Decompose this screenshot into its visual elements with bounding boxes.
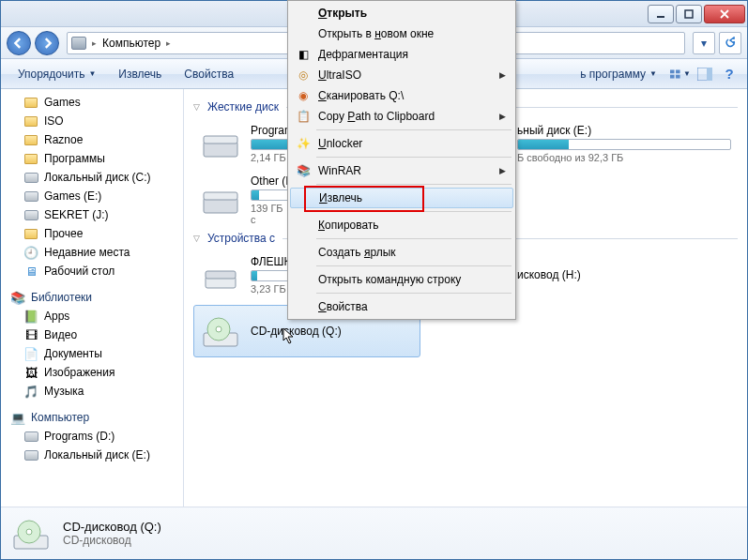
- svg-rect-13: [206, 271, 236, 279]
- svg-rect-4: [670, 74, 675, 78]
- cm-open-new-window[interactable]: Открыть в новом окне: [290, 23, 513, 44]
- sidebar-libraries-header[interactable]: 📚Библиотеки: [1, 288, 183, 307]
- ultraiso-icon: ◎: [296, 68, 311, 83]
- separator: [316, 184, 511, 185]
- drive-tile[interactable]: ьный диск (E:)Б свободно из 92,3 ГБ: [511, 117, 738, 170]
- cm-open[interactable]: Открыть: [290, 3, 513, 23]
- drive-tile[interactable]: Other (I139 ГБ с: [193, 174, 297, 226]
- cm-ultraiso[interactable]: ◎UltraISO▶: [290, 65, 513, 85]
- sidebar-item-music[interactable]: 🎵Музыка: [1, 382, 183, 401]
- details-title: CD-дисковод (Q:): [63, 520, 161, 534]
- sidebar-item-local-e[interactable]: Локальный диск (E:): [1, 446, 183, 464]
- sidebar-item-sekret[interactable]: SEKRET (J:): [1, 205, 183, 224]
- chevron-right-icon: ▶: [499, 166, 506, 175]
- cm-copy-path[interactable]: 📋Copy Path to Clipboard▶: [290, 106, 513, 127]
- separator: [316, 293, 511, 294]
- sidebar-item-recent[interactable]: 🕘Недавние места: [1, 243, 183, 262]
- maximize-button[interactable]: [676, 5, 702, 23]
- chevron-right-icon: ▶: [499, 112, 506, 121]
- separator: [316, 211, 511, 212]
- chevron-right-icon: ▸: [166, 38, 171, 48]
- cm-defrag[interactable]: ◧Дефрагментация: [290, 44, 513, 65]
- breadcrumb-location[interactable]: Компьютер: [102, 37, 160, 50]
- svg-rect-1: [685, 10, 693, 18]
- cm-copy[interactable]: Копировать: [290, 215, 513, 235]
- cm-winrar[interactable]: 📚WinRAR▶: [290, 160, 513, 181]
- svg-rect-0: [657, 16, 664, 18]
- context-menu[interactable]: Открыть Открыть в новом окне ◧Дефрагмент…: [287, 0, 516, 320]
- minimize-button[interactable]: [648, 5, 674, 23]
- clipboard-icon: 📋: [296, 109, 311, 124]
- close-button[interactable]: [704, 5, 745, 23]
- sidebar-item-documents[interactable]: 📄Документы: [1, 344, 183, 363]
- separator: [316, 238, 511, 239]
- properties-button[interactable]: Свойства: [175, 64, 243, 84]
- navigation-pane[interactable]: Games ISO Raznoe Программы Локальный дис…: [1, 89, 184, 507]
- usb-drive-icon: [200, 254, 241, 295]
- cd-drive-icon: [10, 513, 52, 554]
- hdd-icon: [200, 123, 241, 164]
- cm-scan[interactable]: ◉Сканировать Q:\: [290, 85, 513, 106]
- separator: [316, 157, 511, 158]
- details-pane: CD-дисковод (Q:) CD-дисковод: [1, 507, 747, 559]
- sidebar-item-local-c[interactable]: Локальный диск (C:): [1, 168, 183, 187]
- sidebar-item-desktop[interactable]: 🖥Рабочий стол: [1, 262, 183, 280]
- sidebar-item-iso[interactable]: ISO: [1, 112, 183, 130]
- refresh-button[interactable]: [719, 32, 741, 54]
- svg-rect-9: [204, 136, 237, 144]
- drive-tile[interactable]: исковод (H:): [511, 249, 738, 301]
- separator: [316, 129, 511, 130]
- drive-tile[interactable]: ФЛЕШК3,23 ГБ: [193, 249, 297, 301]
- sidebar-item-apps[interactable]: 📗Apps: [1, 307, 183, 325]
- organize-menu[interactable]: Упорядочить▼: [8, 64, 105, 84]
- cd-drive-icon: [200, 310, 241, 352]
- program-menu[interactable]: ь программу▼: [571, 64, 666, 84]
- cm-eject[interactable]: Извлечь: [290, 188, 513, 208]
- computer-icon: [71, 37, 86, 50]
- svg-rect-11: [204, 192, 237, 200]
- details-subtitle: CD-дисковод: [63, 534, 161, 547]
- sidebar-item-programs-d[interactable]: Programs (D:): [1, 427, 183, 446]
- eject-button[interactable]: Извлечь: [109, 64, 171, 84]
- sidebar-item-pictures[interactable]: 🖼Изображения: [1, 363, 183, 382]
- chevron-right-icon: ▸: [92, 38, 97, 48]
- svg-point-19: [26, 529, 32, 535]
- chevron-down-icon: ▽: [193, 234, 200, 243]
- sidebar-computer-header[interactable]: 💻Компьютер: [1, 408, 183, 427]
- svg-rect-7: [707, 68, 712, 81]
- svg-rect-5: [676, 74, 680, 78]
- winrar-icon: 📚: [296, 163, 311, 178]
- view-options-button[interactable]: ▼: [670, 64, 691, 84]
- chevron-down-icon: ▽: [193, 102, 200, 112]
- cm-open-cmd[interactable]: Открыть командную строку: [290, 269, 513, 290]
- hdd-icon: [200, 179, 241, 220]
- separator: [316, 265, 511, 266]
- nav-forward-button[interactable]: [35, 31, 59, 55]
- cm-unlocker[interactable]: ✨Unlocker: [290, 133, 513, 154]
- scan-icon: ◉: [296, 88, 311, 103]
- defrag-icon: ◧: [296, 47, 311, 62]
- sidebar-item-video[interactable]: 🎞Видео: [1, 325, 183, 344]
- history-dropdown-button[interactable]: ▾: [693, 32, 715, 54]
- sidebar-item-games-e[interactable]: Games (E:): [1, 187, 183, 205]
- unlocker-icon: ✨: [296, 136, 311, 151]
- svg-point-16: [216, 326, 221, 332]
- help-button[interactable]: ?: [719, 64, 740, 84]
- sidebar-item-games[interactable]: Games: [1, 93, 183, 112]
- cm-create-shortcut[interactable]: Создать ярлык: [290, 242, 513, 263]
- chevron-right-icon: ▶: [499, 70, 506, 80]
- nav-back-button[interactable]: [7, 31, 31, 55]
- sidebar-item-programs[interactable]: Программы: [1, 149, 183, 168]
- svg-rect-3: [676, 69, 680, 73]
- cm-properties[interactable]: Свойства: [290, 296, 513, 317]
- svg-rect-2: [670, 69, 675, 73]
- sidebar-item-raznoe[interactable]: Raznoe: [1, 130, 183, 149]
- sidebar-item-other[interactable]: Прочее: [1, 224, 183, 243]
- preview-pane-button[interactable]: [695, 64, 715, 84]
- drive-tile[interactable]: Program2,14 ГБ: [193, 117, 297, 170]
